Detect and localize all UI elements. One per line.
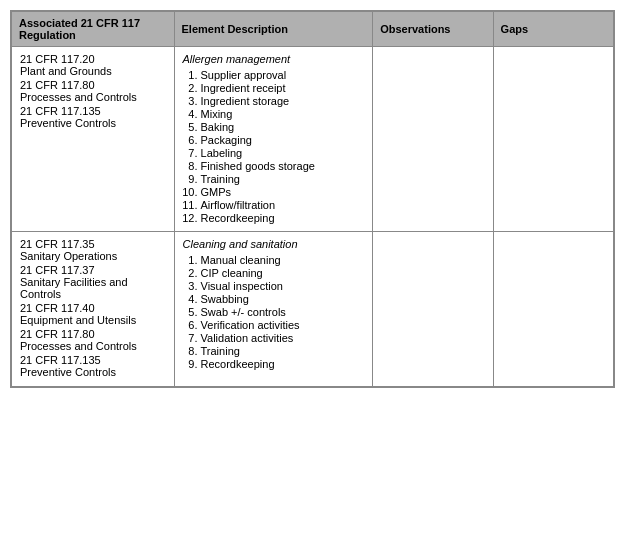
cfr-number: 21 CFR 117.80 [20,79,166,91]
cfr-section: Equipment and Utensils [20,314,166,326]
list-item: Baking [201,121,365,133]
gaps-cell[interactable] [493,232,613,387]
list-item: GMPs [201,186,365,198]
list-item: Validation activities [201,332,365,344]
table-row: 21 CFR 117.35Sanitary Operations21 CFR 1… [12,232,614,387]
cfr-number: 21 CFR 117.40 [20,302,166,314]
list-item: Training [201,345,365,357]
list-item: CIP cleaning [201,267,365,279]
main-table-wrapper: Associated 21 CFR 117 Regulation Element… [10,10,615,388]
table-row: 21 CFR 117.20Plant and Grounds21 CFR 117… [12,47,614,232]
element-list: Supplier approvalIngredient receiptIngre… [183,69,365,224]
element-cell: Allergen managementSupplier approvalIngr… [174,47,373,232]
list-item: Ingredient storage [201,95,365,107]
element-cell: Cleaning and sanitationManual cleaningCI… [174,232,373,387]
header-gaps: Gaps [493,12,613,47]
cfr-number: 21 CFR 117.135 [20,105,166,117]
header-observations: Observations [373,12,493,47]
list-item: Recordkeeping [201,212,365,224]
list-item: Mixing [201,108,365,120]
cfr-section: Preventive Controls [20,117,166,129]
cfr-section: Preventive Controls [20,366,166,378]
cfr-section: Processes and Controls [20,340,166,352]
cfr-number: 21 CFR 117.135 [20,354,166,366]
list-item: Visual inspection [201,280,365,292]
list-item: Labeling [201,147,365,159]
cfr-number: 21 CFR 117.20 [20,53,166,65]
element-title: Allergen management [183,53,365,65]
list-item: Ingredient receipt [201,82,365,94]
cfr-section: Processes and Controls [20,91,166,103]
list-item: Supplier approval [201,69,365,81]
header-regulation: Associated 21 CFR 117 Regulation [12,12,175,47]
list-item: Swab +/- controls [201,306,365,318]
cfr-section: Plant and Grounds [20,65,166,77]
list-item: Verification activities [201,319,365,331]
cfr-number: 21 CFR 117.37 [20,264,166,276]
list-item: Training [201,173,365,185]
observations-cell[interactable] [373,47,493,232]
observations-cell[interactable] [373,232,493,387]
list-item: Manual cleaning [201,254,365,266]
element-title: Cleaning and sanitation [183,238,365,250]
cfr-section: Sanitary Operations [20,250,166,262]
cfr-section: Sanitary Facilities and Controls [20,276,166,300]
list-item: Swabbing [201,293,365,305]
element-list: Manual cleaningCIP cleaningVisual inspec… [183,254,365,370]
list-item: Packaging [201,134,365,146]
list-item: Airflow/filtration [201,199,365,211]
gaps-cell[interactable] [493,47,613,232]
cfr-number: 21 CFR 117.35 [20,238,166,250]
cfr-table: Associated 21 CFR 117 Regulation Element… [11,11,614,387]
regulation-cell: 21 CFR 117.20Plant and Grounds21 CFR 117… [12,47,175,232]
list-item: Recordkeeping [201,358,365,370]
header-element: Element Description [174,12,373,47]
cfr-number: 21 CFR 117.80 [20,328,166,340]
regulation-cell: 21 CFR 117.35Sanitary Operations21 CFR 1… [12,232,175,387]
list-item: Finished goods storage [201,160,365,172]
